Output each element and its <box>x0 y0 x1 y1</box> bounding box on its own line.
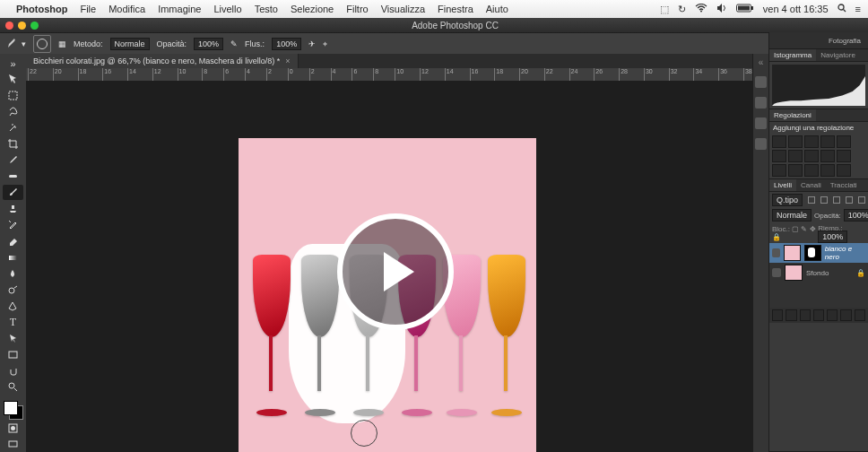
clone-stamp-tool[interactable] <box>3 201 23 216</box>
adj-hue-icon[interactable] <box>772 150 786 162</box>
move-tool[interactable] <box>3 72 23 87</box>
layer-name[interactable]: bianco e nero <box>825 245 865 261</box>
type-tool[interactable]: T <box>3 315 23 330</box>
adj-levels-icon[interactable] <box>788 135 803 148</box>
dock-icon-2[interactable] <box>755 97 767 109</box>
blur-tool[interactable] <box>3 266 23 282</box>
document-tab[interactable]: Bicchieri colorati.jpg @ 66,7% (bianco e… <box>26 54 299 68</box>
adj-bw-icon[interactable] <box>804 150 819 162</box>
menu-layer[interactable]: Livello <box>213 4 241 14</box>
pen-tool[interactable] <box>3 299 23 314</box>
visibility-toggle-icon[interactable] <box>772 248 780 257</box>
layer-style-icon[interactable] <box>786 309 796 321</box>
menu-selection[interactable]: Selezione <box>291 4 334 14</box>
menu-help[interactable]: Aiuto <box>486 4 508 14</box>
marquee-tool[interactable] <box>3 88 23 103</box>
pressure-size-icon[interactable]: ⌖ <box>323 39 327 49</box>
dock-icon-3[interactable] <box>755 117 767 129</box>
new-layer-icon[interactable] <box>840 309 851 321</box>
history-brush-tool[interactable] <box>3 217 23 232</box>
close-tab-icon[interactable]: × <box>285 56 290 65</box>
brush-panel-toggle[interactable]: ▦ <box>58 39 66 48</box>
layer-thumbnail[interactable] <box>785 265 803 281</box>
color-swatches[interactable] <box>4 401 23 420</box>
workspace-switcher[interactable]: Fotografia <box>769 32 868 49</box>
delete-layer-icon[interactable] <box>855 309 865 321</box>
adj-posterize-icon[interactable] <box>788 164 803 177</box>
zoom-window-button[interactable] <box>30 22 39 30</box>
eyedropper-tool[interactable] <box>3 152 23 168</box>
dropbox-icon[interactable]: ⬚ <box>660 4 669 15</box>
adj-curves-icon[interactable] <box>804 135 819 148</box>
layer-filter-kind[interactable]: Q.tipo <box>772 194 803 206</box>
collapse-toolbox-icon[interactable]: » <box>3 56 23 71</box>
brush-size-picker[interactable] <box>33 35 51 53</box>
menu-file[interactable]: File <box>80 4 96 14</box>
menu-image[interactable]: Immagine <box>158 4 201 14</box>
new-group-icon[interactable] <box>827 309 838 321</box>
video-play-button[interactable] <box>337 213 454 330</box>
menu-edit[interactable]: Modifica <box>108 4 145 14</box>
flow-input[interactable]: 100% <box>272 38 301 50</box>
volume-icon[interactable] <box>716 4 727 14</box>
quickmask-toggle[interactable] <box>3 421 23 436</box>
link-layers-icon[interactable] <box>772 309 783 321</box>
dock-icon-1[interactable] <box>755 76 767 88</box>
filter-type-icon[interactable] <box>833 196 840 204</box>
tab-adjustments[interactable]: Regolazioni <box>769 109 816 121</box>
filter-pixel-icon[interactable] <box>808 196 815 204</box>
tab-channels[interactable]: Canali <box>796 179 826 191</box>
lasso-tool[interactable] <box>3 104 23 119</box>
tab-paths[interactable]: Tracciati <box>826 179 862 191</box>
menu-text[interactable]: Testo <box>255 4 278 14</box>
fill-input[interactable]: 100% <box>818 230 847 243</box>
visibility-toggle-icon[interactable] <box>772 268 781 277</box>
expand-dock-icon[interactable]: « <box>759 57 764 67</box>
battery-icon[interactable] <box>736 4 754 14</box>
gradient-tool[interactable] <box>3 250 23 265</box>
adj-vibrance-icon[interactable] <box>837 135 851 148</box>
minimize-window-button[interactable] <box>18 22 26 30</box>
spotlight-icon[interactable] <box>838 4 846 14</box>
close-window-button[interactable] <box>5 22 13 30</box>
menu-view[interactable]: Visualizza <box>381 4 425 14</box>
clock[interactable]: ven 4 ott 16:35 <box>763 4 829 14</box>
add-mask-icon[interactable] <box>800 309 811 321</box>
blend-mode-select[interactable]: Normale <box>110 38 150 50</box>
airbrush-icon[interactable]: ✈ <box>308 39 316 48</box>
screenmode-toggle[interactable] <box>3 437 23 452</box>
crop-tool[interactable] <box>3 136 23 152</box>
layer-row-background[interactable]: Sfondo 🔒 <box>769 263 868 282</box>
hand-tool[interactable] <box>3 363 23 378</box>
rectangle-tool[interactable] <box>3 347 23 362</box>
zoom-tool[interactable] <box>3 379 23 395</box>
pressure-opacity-icon[interactable]: ✎ <box>230 39 238 48</box>
tab-histogram[interactable]: Istogramma <box>769 49 816 61</box>
filter-adjust-icon[interactable] <box>820 196 828 204</box>
layer-opacity-input[interactable]: 100% <box>844 209 868 222</box>
opacity-input[interactable]: 100% <box>194 38 223 50</box>
new-adjustment-icon[interactable] <box>813 309 824 321</box>
adj-threshold-icon[interactable] <box>804 164 819 177</box>
tab-layers[interactable]: Livelli <box>769 179 796 191</box>
layer-name[interactable]: Sfondo <box>806 269 829 277</box>
brush-tool[interactable] <box>3 185 23 200</box>
sync-icon[interactable]: ↻ <box>678 4 686 15</box>
path-select-tool[interactable] <box>3 331 23 346</box>
tab-navigator[interactable]: Navigatore <box>816 49 860 61</box>
lock-all-icon[interactable]: 🔒 <box>772 233 781 241</box>
layer-row-bw[interactable]: bianco e nero <box>769 243 868 263</box>
menu-filter[interactable]: Filtro <box>346 4 368 14</box>
adj-gradientmap-icon[interactable] <box>820 164 835 177</box>
magic-wand-tool[interactable] <box>3 120 23 135</box>
tool-preset-picker[interactable]: ▾ <box>5 38 26 50</box>
dodge-tool[interactable] <box>3 282 23 298</box>
adj-exposure-icon[interactable] <box>820 135 835 148</box>
layer-blend-mode-select[interactable]: Normale <box>772 209 812 222</box>
adj-photofilter-icon[interactable] <box>820 150 835 162</box>
layer-mask-thumbnail[interactable] <box>804 245 821 261</box>
lock-transparency-icon[interactable]: ▢ <box>792 225 799 233</box>
lock-position-icon[interactable]: ✥ <box>810 225 816 233</box>
spot-heal-tool[interactable] <box>3 169 23 184</box>
adj-channelmixer-icon[interactable] <box>837 150 851 162</box>
